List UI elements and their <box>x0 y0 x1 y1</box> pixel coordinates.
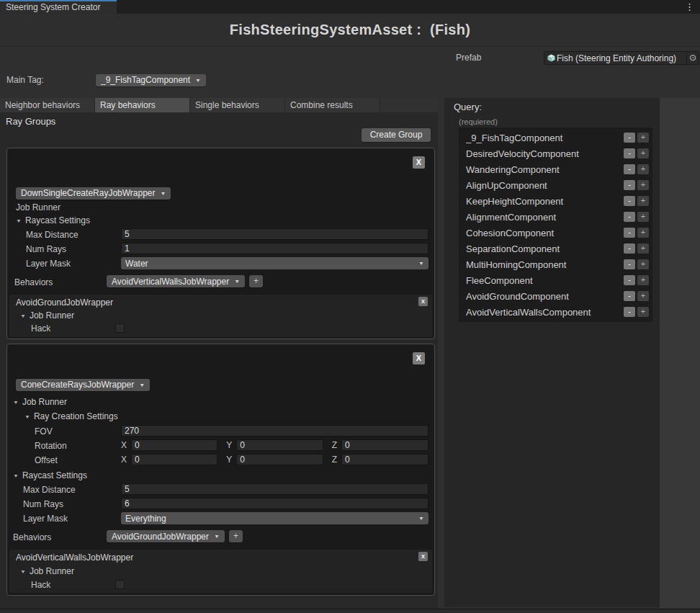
foldout-arrow-icon: ▼ <box>20 313 26 318</box>
component-plus-button[interactable]: + <box>637 180 649 190</box>
query-row: DesiredVelocityComponent - + <box>459 146 652 161</box>
behavior-select-dropdown[interactable]: AvoidGroundJobWrapper ▼ <box>107 530 225 542</box>
ray-groups-title: Ray Groups <box>6 116 55 127</box>
component-plus-button[interactable]: + <box>637 164 649 174</box>
ray-creation-settings-foldout[interactable]: ▼ Ray Creation Settings <box>24 411 118 421</box>
window-tabbar: Steering System Creator ⋮ <box>0 0 700 14</box>
component-minus-button[interactable]: - <box>624 164 635 174</box>
component-name: AlignUpComponent <box>466 180 624 191</box>
add-behavior-button[interactable]: + <box>229 530 243 542</box>
tab-ray-behaviors[interactable]: Ray behaviors <box>95 98 190 112</box>
remove-group-button[interactable]: X <box>413 352 425 364</box>
offset-y-field[interactable]: 0 <box>236 454 323 465</box>
job-runner-foldout[interactable]: ▼ Job Runner <box>20 566 74 576</box>
rotation-x-field[interactable]: 0 <box>131 439 217 451</box>
num-rays-field[interactable]: 6 <box>121 498 428 509</box>
hack-checkbox[interactable] <box>115 580 125 589</box>
component-minus-button[interactable]: - <box>624 275 635 285</box>
behavior-item-avoidverticalwalls: AvoidVerticalWallsJobWrapper x ▼ Job Run… <box>9 550 432 593</box>
behavior-select-dropdown[interactable]: AvoidVerticalWallsJobWrapper ▼ <box>107 275 245 287</box>
max-distance-field[interactable]: 5 <box>121 483 428 495</box>
axis-x-label: X <box>121 455 127 465</box>
hack-label: Hack <box>31 580 50 590</box>
job-runner-foldout[interactable]: ▼ Job Runner <box>13 397 67 407</box>
remove-behavior-button[interactable]: x <box>418 297 428 306</box>
behaviors-label: Behaviors <box>13 532 51 542</box>
main-tag-label: Main Tag: <box>6 75 44 85</box>
ray-wrapper-dropdown[interactable]: ConeCreateRaysJobWrapper ▼ <box>16 379 150 391</box>
job-runner-foldout[interactable]: ▼ Job Runner <box>20 310 74 321</box>
component-plus-button[interactable]: + <box>637 307 649 317</box>
component-plus-button[interactable]: + <box>637 291 649 301</box>
offset-x-field[interactable]: 0 <box>131 454 217 465</box>
hack-checkbox[interactable] <box>115 323 125 333</box>
tabstrip-filler <box>380 98 438 112</box>
component-plus-button[interactable]: + <box>637 148 649 158</box>
behavior-item-title: AvoidVerticalWallsJobWrapper <box>16 552 133 563</box>
component-minus-button[interactable]: - <box>624 133 635 143</box>
kebab-menu-icon[interactable]: ⋮ <box>685 1 694 13</box>
remove-group-button[interactable]: X <box>413 156 425 169</box>
bottom-scrollbar-track[interactable] <box>0 609 700 613</box>
component-minus-button[interactable]: - <box>624 148 635 158</box>
tab-combine-results[interactable]: Combine results <box>285 98 380 112</box>
query-row: AvoidGroundComponent - + <box>459 288 652 304</box>
wrapper-dropdown-wrap: ConeCreateRaysJobWrapper ▼ <box>16 377 150 391</box>
component-plus-button[interactable]: + <box>637 275 649 285</box>
raycast-settings-foldout[interactable]: ▼ Raycast Settings <box>13 470 87 480</box>
component-minus-button[interactable]: - <box>624 212 635 222</box>
component-minus-button[interactable]: - <box>624 291 635 301</box>
component-minus-button[interactable]: - <box>624 196 635 206</box>
component-plus-button[interactable]: + <box>637 133 649 143</box>
rotation-z-cell: Z 0 <box>332 439 428 451</box>
num-rays-field[interactable]: 1 <box>121 243 428 254</box>
component-name: SeparationComponent <box>466 243 624 254</box>
object-picker-icon[interactable]: ⊙ <box>686 52 699 64</box>
max-distance-label: Max Distance <box>26 230 78 240</box>
component-minus-button[interactable]: - <box>624 228 635 238</box>
num-rays-label: Num Rays <box>26 244 66 254</box>
raycast-settings-foldout[interactable]: ▼ Raycast Settings <box>16 215 90 225</box>
window-tab-steering-system-creator[interactable]: Steering System Creator <box>0 0 117 14</box>
rotation-z-field[interactable]: 0 <box>341 439 428 451</box>
component-plus-button[interactable]: + <box>637 196 649 206</box>
layer-mask-dropdown[interactable]: Water ▼ <box>121 257 428 269</box>
component-plus-button[interactable]: + <box>637 259 649 269</box>
component-minus-button[interactable]: - <box>624 307 635 317</box>
right-gutter <box>660 98 700 609</box>
behaviors-label: Behaviors <box>14 277 53 287</box>
tab-neighbor-behaviors[interactable]: Neighbor behaviors <box>0 98 95 112</box>
max-distance-field[interactable]: 5 <box>121 228 428 240</box>
prefab-object-field[interactable]: Fish (Steering Entity Authoring) ⊙ <box>544 51 699 65</box>
axis-z-label: Z <box>332 455 337 465</box>
add-behavior-button[interactable]: + <box>249 275 263 287</box>
component-name: AvoidGroundComponent <box>466 291 624 302</box>
component-plus-button[interactable]: + <box>637 212 649 222</box>
query-panel: Query: (requiered) _9_FishTagComponent -… <box>444 98 660 607</box>
prefab-cube-icon <box>547 54 555 62</box>
component-minus-button[interactable]: - <box>624 259 635 269</box>
fov-field[interactable]: 270 <box>121 425 428 437</box>
query-title: Query: <box>454 102 482 112</box>
component-minus-button[interactable]: - <box>624 243 635 254</box>
component-name: AvoidVerticalWallsComponent <box>466 307 624 318</box>
foldout-arrow-icon: ▼ <box>24 413 30 419</box>
component-name: _9_FishTagComponent <box>466 133 624 143</box>
component-plus-button[interactable]: + <box>637 228 649 238</box>
main-tag-dropdown[interactable]: _9_FishTagComponent ▼ <box>96 74 206 86</box>
foldout-label: Job Runner <box>30 566 74 576</box>
ray-wrapper-dropdown[interactable]: DownSingleCreateRayJobWrapper ▼ <box>16 187 171 200</box>
offset-z-field[interactable]: 0 <box>341 454 428 465</box>
tab-single-behaviors[interactable]: Single behaviors <box>190 98 285 112</box>
layer-mask-label: Layer Mask <box>23 514 68 524</box>
foldout-arrow-icon: ▼ <box>20 568 26 574</box>
component-minus-button[interactable]: - <box>624 180 635 190</box>
layer-mask-dropdown[interactable]: Everything ▼ <box>121 512 428 524</box>
hack-label: Hack <box>31 323 50 334</box>
rotation-y-field[interactable]: 0 <box>236 439 323 451</box>
foldout-label: Job Runner <box>22 397 67 407</box>
component-plus-button[interactable]: + <box>637 243 649 254</box>
create-group-button[interactable]: Create Group <box>362 128 431 142</box>
foldout-label: Ray Creation Settings <box>34 411 118 421</box>
remove-behavior-button[interactable]: x <box>418 552 428 561</box>
